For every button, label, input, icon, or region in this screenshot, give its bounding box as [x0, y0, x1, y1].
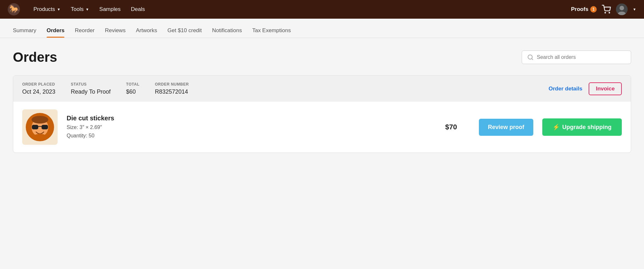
order-header-actions: Order details Invoice [549, 82, 622, 95]
svg-rect-13 [42, 125, 48, 129]
svg-rect-12 [32, 125, 38, 129]
order-placed-label: ORDER PLACED [22, 82, 55, 87]
logo[interactable]: 🐎 [8, 3, 20, 15]
chevron-down-icon: ▼ [86, 7, 89, 11]
subnav-artworks[interactable]: Artworks [131, 27, 162, 38]
order-number-value: R832572014 [155, 88, 189, 95]
lightning-icon: ⚡ [553, 124, 560, 131]
nav-right: Proofs 1 ▼ [571, 4, 636, 15]
svg-point-2 [605, 12, 605, 13]
page-header: Orders [13, 50, 631, 65]
main-nav-links: Products ▼ Tools ▼ Samples Deals [29, 4, 571, 15]
order-number-col: ORDER NUMBER R832572014 [155, 82, 189, 95]
product-image [22, 109, 58, 145]
search-icon [527, 54, 534, 60]
order-card: ORDER PLACED Oct 24, 2023 STATUS Ready T… [13, 75, 631, 153]
subnav-reorder[interactable]: Reorder [70, 27, 99, 38]
nav-samples[interactable]: Samples [95, 4, 125, 15]
subnav-reviews[interactable]: Reviews [100, 27, 131, 38]
svg-point-11 [32, 116, 48, 124]
svg-text:🐎: 🐎 [9, 4, 20, 14]
proofs-button[interactable]: Proofs 1 [571, 6, 597, 13]
sub-nav: Summary Orders Reorder Reviews Artworks … [0, 19, 644, 38]
cart-icon[interactable] [602, 5, 611, 14]
svg-point-3 [609, 12, 610, 13]
order-placed-col: ORDER PLACED Oct 24, 2023 [22, 82, 55, 95]
upgrade-shipping-button[interactable]: ⚡ Upgrade shipping [542, 118, 622, 136]
svg-point-15 [34, 134, 46, 138]
total-value: $60 [126, 88, 139, 95]
user-dropdown-icon[interactable]: ▼ [633, 7, 636, 11]
svg-point-5 [620, 6, 624, 10]
product-thumbnail [25, 113, 54, 142]
nav-tools[interactable]: Tools ▼ [66, 4, 94, 15]
subnav-credit[interactable]: Get $10 credit [162, 27, 207, 38]
main-content: Orders ORDER PLACED Oct 24, 2023 STATUS … [0, 38, 644, 269]
product-size: Size: 3″ × 2.69″ [67, 123, 423, 132]
nav-deals[interactable]: Deals [126, 4, 149, 15]
order-details-link[interactable]: Order details [549, 86, 583, 92]
order-header: ORDER PLACED Oct 24, 2023 STATUS Ready T… [13, 76, 631, 102]
subnav-tax-exemptions[interactable]: Tax Exemptions [247, 27, 296, 38]
search-input[interactable] [537, 54, 626, 60]
order-number-label: ORDER NUMBER [155, 82, 189, 87]
search-box[interactable] [522, 51, 631, 64]
nav-products[interactable]: Products ▼ [29, 4, 65, 15]
order-total-col: TOTAL $60 [126, 82, 139, 95]
subnav-orders[interactable]: Orders [42, 27, 70, 38]
subnav-notifications[interactable]: Notifications [207, 27, 247, 38]
status-value: Ready To Proof [71, 88, 111, 95]
product-info: Die cut stickers Size: 3″ × 2.69″ Quanti… [67, 115, 423, 140]
product-name: Die cut stickers [67, 115, 423, 122]
product-quantity: Quantity: 50 [67, 132, 423, 140]
chevron-down-icon: ▼ [57, 7, 61, 11]
user-avatar[interactable] [616, 4, 628, 15]
page-title: Orders [13, 50, 57, 65]
review-proof-button[interactable]: Review proof [479, 119, 533, 136]
invoice-button[interactable]: Invoice [589, 82, 622, 95]
order-body: Die cut stickers Size: 3″ × 2.69″ Quanti… [13, 102, 631, 153]
total-label: TOTAL [126, 82, 139, 87]
order-status-col: STATUS Ready To Proof [71, 82, 111, 95]
proofs-badge: 1 [590, 6, 597, 13]
svg-line-8 [532, 59, 533, 60]
product-price: $70 [445, 123, 457, 131]
top-nav: 🐎 Products ▼ Tools ▼ Samples Deals Proof… [0, 0, 644, 19]
subnav-summary[interactable]: Summary [13, 27, 42, 38]
order-placed-value: Oct 24, 2023 [22, 88, 55, 95]
status-label: STATUS [71, 82, 111, 87]
